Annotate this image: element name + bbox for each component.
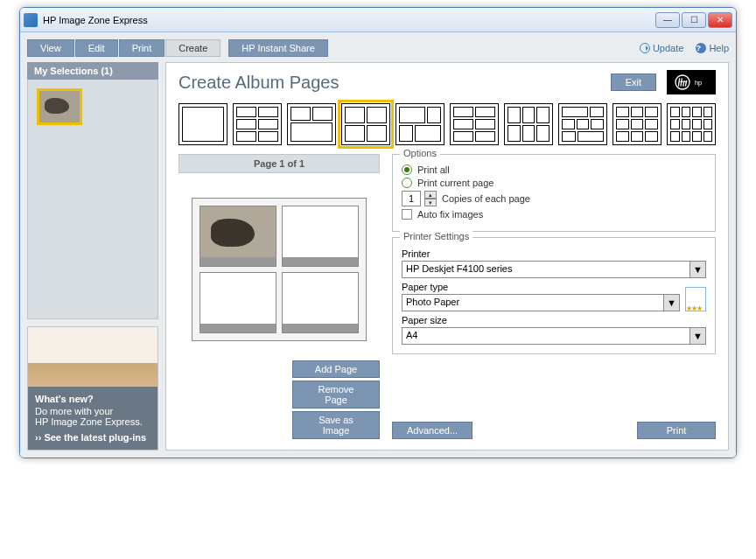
sidebar: My Selections (1) What's new? Do more wi…	[27, 62, 158, 451]
template-9[interactable]	[612, 103, 662, 145]
page-indicator: Page 1 of 1	[178, 154, 380, 173]
tab-edit[interactable]: Edit	[75, 39, 118, 57]
paper-quality-icon	[685, 287, 706, 311]
advanced-button[interactable]: Advanced...	[392, 422, 472, 439]
options-fieldset: Options Print all Print current page	[392, 154, 716, 232]
exit-button[interactable]: Exit	[611, 73, 656, 91]
save-image-button[interactable]: Save as Image	[292, 411, 380, 439]
print-button[interactable]: Print	[637, 422, 716, 439]
hp-logo: hp	[667, 70, 716, 94]
help-link[interactable]: ?Help	[696, 43, 729, 53]
radio-print-all[interactable]	[402, 164, 412, 175]
autofix-row[interactable]: Auto fix images	[402, 209, 706, 220]
template-1[interactable]	[178, 103, 228, 145]
template-3[interactable]	[287, 103, 336, 145]
tab-instant-share[interactable]: HP Instant Share	[228, 39, 328, 57]
copies-down[interactable]: ▾	[424, 199, 437, 206]
preview-slot-2[interactable]	[282, 206, 359, 267]
menubar: View Edit Print Create HP Instant Share …	[27, 39, 729, 57]
settings-column: Options Print all Print current page	[392, 154, 716, 439]
chevron-down-icon: ▼	[663, 295, 679, 311]
preview-slot-3[interactable]	[200, 272, 276, 333]
autofix-checkbox[interactable]	[402, 209, 412, 220]
app-window: HP Image Zone Express — ☐ ✕ View Edit Pr…	[19, 7, 737, 458]
promo-panel: What's new? Do more with your HP Image Z…	[27, 326, 158, 451]
options-legend: Options	[400, 148, 440, 158]
titlebar[interactable]: HP Image Zone Express — ☐ ✕	[20, 8, 736, 32]
page-buttons: Add Page Remove Page Save as Image	[178, 360, 380, 439]
promo-link[interactable]: ›› See the latest plug-ins	[35, 432, 150, 443]
preview-slot-4[interactable]	[282, 272, 359, 333]
tab-print[interactable]: Print	[119, 39, 165, 57]
page-preview[interactable]	[192, 198, 367, 341]
chevron-down-icon: ▼	[690, 328, 705, 344]
printer-fieldset: Printer Settings Printer HP Deskjet F410…	[392, 237, 716, 354]
promo-title: What's new?	[35, 394, 150, 404]
tab-view[interactable]: View	[27, 39, 74, 57]
printer-legend: Printer Settings	[400, 231, 472, 241]
close-button[interactable]: ✕	[708, 12, 732, 28]
paper-size-select[interactable]: A4 ▼	[402, 327, 706, 345]
sidebar-body	[27, 80, 158, 319]
printer-select[interactable]: HP Deskjet F4100 series ▼	[402, 261, 706, 278]
copies-input[interactable]	[402, 191, 421, 206]
promo-image	[28, 327, 158, 387]
paper-type-label: Paper type	[402, 282, 680, 292]
template-strip	[166, 98, 728, 154]
chevron-down-icon: ▼	[690, 262, 705, 277]
copies-row: ▴▾ Copies of each page	[402, 191, 706, 206]
printer-label: Printer	[402, 248, 706, 259]
paper-type-select[interactable]: Photo Paper ▼	[402, 294, 680, 311]
app-icon	[24, 13, 38, 27]
copies-up[interactable]: ▴	[424, 191, 437, 199]
app-body: View Edit Print Create HP Instant Share …	[20, 32, 736, 458]
copies-spinner[interactable]: ▴▾	[402, 191, 437, 206]
page-title: Create Album Pages	[178, 73, 611, 93]
window-title: HP Image Zone Express	[43, 15, 655, 25]
remove-page-button[interactable]: Remove Page	[292, 381, 380, 409]
svg-text:hp: hp	[695, 79, 702, 87]
promo-text: What's new? Do more with your HP Image Z…	[28, 387, 158, 450]
main-panel: Create Album Pages Exit hp	[165, 62, 729, 451]
template-6[interactable]	[450, 103, 499, 145]
tab-create[interactable]: Create	[165, 39, 220, 57]
update-link[interactable]: Update	[640, 43, 683, 53]
main-header: Create Album Pages Exit hp	[166, 63, 728, 98]
help-icon: ?	[696, 43, 706, 53]
selection-thumbnail[interactable]	[37, 88, 82, 125]
lower-area: Page 1 of 1	[166, 154, 728, 450]
update-icon	[640, 43, 650, 53]
template-4[interactable]	[341, 103, 390, 145]
template-10[interactable]	[667, 103, 716, 145]
template-7[interactable]	[504, 103, 553, 145]
template-2[interactable]	[233, 103, 282, 145]
template-5[interactable]	[396, 103, 444, 145]
window-controls: — ☐ ✕	[655, 12, 732, 28]
print-current-row[interactable]: Print current page	[402, 178, 706, 188]
radio-print-current[interactable]	[402, 178, 412, 188]
preview-slot-1[interactable]	[200, 206, 276, 267]
add-page-button[interactable]: Add Page	[292, 360, 380, 378]
sidebar-header: My Selections (1)	[27, 62, 158, 80]
minimize-button[interactable]: —	[655, 12, 680, 28]
print-all-row[interactable]: Print all	[402, 164, 706, 175]
footer-buttons: Advanced... Print	[392, 415, 716, 439]
paper-size-label: Paper size	[402, 315, 706, 325]
template-8[interactable]	[558, 103, 607, 145]
preview-column: Page 1 of 1	[178, 154, 380, 439]
maximize-button[interactable]: ☐	[682, 12, 706, 28]
content: My Selections (1) What's new? Do more wi…	[27, 62, 729, 451]
